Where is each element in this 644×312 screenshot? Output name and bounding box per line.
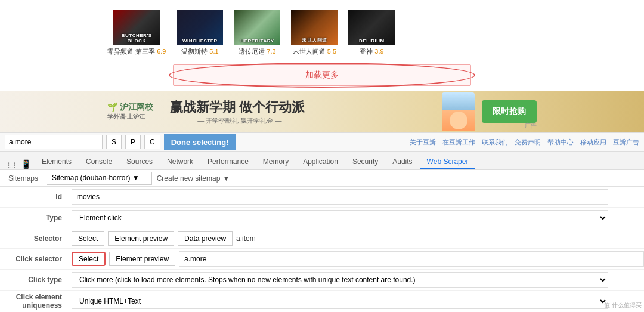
create-sitemap-button[interactable]: Create new sitemap ▼ [157, 174, 230, 183]
devtools-panel: ⬚ 📱 Elements Console Sources Network Per… [0, 152, 644, 312]
devtools-icons: ⬚ 📱 [2, 159, 35, 169]
select-type[interactable]: Element click [72, 210, 608, 225]
movie-title: 末世人间道 5.5 [293, 47, 336, 56]
watermark: 值 什么值得买 [604, 301, 642, 310]
tab-audits[interactable]: Audits [385, 155, 419, 169]
control-selector: Select Element preview Data preview a.it… [72, 231, 644, 246]
sitemaps-tab[interactable]: Sitemaps [5, 173, 42, 184]
movie-title: 温彻斯特 5.1 [181, 47, 218, 56]
form-row-click-selector: Click selector Select Element preview [0, 249, 644, 270]
ad-person-image [442, 92, 475, 131]
selector-value: a.item [236, 234, 256, 243]
ad-cta-button[interactable]: 限时抢购 [482, 100, 537, 123]
footer-link-contact[interactable]: 联系我们 [482, 138, 508, 146]
load-more-label: 加载更多 [305, 70, 339, 79]
done-selecting-button[interactable]: Done selecting! [164, 134, 236, 150]
movie-title: 登神 3.9 [360, 47, 383, 56]
tab-web-scraper[interactable]: Web Scraper [420, 155, 476, 169]
ad-sub-text: — 开学季献礼 赢开学礼金 — [170, 116, 309, 125]
selector-bar: S P C Done selecting! 关于豆瓣 在豆瓣工作 联系我们 免费… [0, 132, 644, 152]
movie-thumbnail: 末世人间道 [291, 10, 338, 45]
movie-item: 末世人间道 末世人间道 5.5 [291, 10, 338, 56]
selector-elem-preview-button[interactable]: Element preview [108, 231, 174, 246]
movie-thumbnail: DELIRIUM [348, 10, 395, 45]
tab-elements[interactable]: Elements [35, 155, 79, 169]
selector-input[interactable] [5, 135, 103, 149]
tab-application[interactable]: Application [296, 155, 345, 169]
select-click-uniqueness[interactable]: Unique HTML+Text [72, 294, 608, 309]
load-more-button[interactable]: 加载更多 [173, 64, 471, 86]
click-selector-elem-preview-button[interactable]: Element preview [109, 252, 175, 266]
movie-rating: 3.9 [374, 48, 383, 55]
footer-links: 关于豆瓣 在豆瓣工作 联系我们 免费声明 帮助中心 移动应用 豆瓣广告 [240, 138, 640, 147]
control-type: Element click [72, 210, 644, 225]
control-click-type: Click more (click to load more elements.… [72, 272, 644, 288]
form-row-click-uniqueness: Click element uniqueness Unique HTML+Tex… [0, 291, 644, 312]
label-type: Type [0, 214, 72, 222]
movie-title: 零异频道 第三季 6.9 [107, 47, 166, 56]
ad-logo-name: 🌱 沪江网校 [107, 102, 153, 113]
device-icon[interactable]: 📱 [20, 159, 31, 169]
control-click-uniqueness: Unique HTML+Text [72, 294, 644, 309]
input-id[interactable] [72, 189, 608, 205]
sitemaps-bar: Sitemaps Sitemap (douban-horror) ▼ Creat… [0, 170, 644, 187]
c-button[interactable]: C [144, 135, 160, 149]
selector-select-button[interactable]: Select [72, 231, 104, 246]
movie-thumb-label: WINCHESTER [178, 38, 222, 44]
footer-link-ad[interactable]: 豆瓣广告 [613, 138, 639, 146]
movie-thumb-label: HEREDITARY [235, 38, 279, 44]
click-selector-select-button[interactable]: Select [72, 252, 106, 266]
label-click-type: Click type [0, 276, 72, 284]
label-click-uniqueness: Click element uniqueness [0, 293, 72, 310]
devtools-tabs: ⬚ 📱 Elements Console Sources Network Per… [0, 152, 644, 170]
ad-main-text: 赢战新学期 做个行动派 [170, 98, 305, 116]
ad-content: 赢战新学期 做个行动派 — 开学季献礼 赢开学礼金 — [170, 98, 309, 125]
movie-thumb-label: DELIRIUM [349, 38, 394, 44]
form-row-id: Id [0, 187, 644, 208]
sitemaps-dropdown[interactable]: Sitemap (douban-horror) ▼ [47, 172, 152, 185]
label-click-selector: Click selector [0, 255, 72, 263]
movie-rating: 7.3 [267, 48, 275, 55]
load-more-area: 加载更多 [0, 60, 644, 91]
inspect-icon[interactable]: ⬚ [6, 159, 17, 169]
movie-thumbnail: WINCHESTER [177, 10, 223, 45]
form-row-selector: Selector Select Element preview Data pre… [0, 228, 644, 249]
footer-link-help[interactable]: 帮助中心 [547, 138, 574, 146]
label-id: Id [0, 193, 72, 201]
ad-banner: 🌱 沪江网校 学外语·上沪江 赢战新学期 做个行动派 — 开学季献礼 赢开学礼金… [0, 91, 644, 132]
tab-console[interactable]: Console [79, 155, 119, 169]
tab-performance[interactable]: Performance [200, 155, 256, 169]
movie-rating: 5.5 [327, 48, 336, 55]
movie-item: DELIRIUM 登神 3.9 [348, 10, 395, 56]
form-row-type: Type Element click [0, 208, 644, 228]
control-click-selector: Select Element preview [72, 251, 644, 267]
movie-title: 遗传厄运 7.3 [239, 47, 275, 56]
movie-thumbnails-section: BUTCHER'S BLOCK 零异频道 第三季 6.9 WINCHESTER … [0, 0, 644, 60]
footer-link-disclaimer[interactable]: 免费声明 [515, 138, 541, 146]
movie-rating: 5.1 [209, 48, 218, 55]
movie-rating: 6.9 [157, 48, 166, 55]
label-selector: Selector [0, 234, 72, 243]
tab-security[interactable]: Security [345, 155, 385, 169]
movie-item: BUTCHER'S BLOCK 零异频道 第三季 6.9 [107, 10, 166, 56]
scraper-form: Id Type Element click Selector Select El… [0, 187, 644, 312]
movie-item: HEREDITARY 遗传厄运 7.3 [234, 10, 280, 56]
click-selector-input[interactable] [179, 251, 644, 267]
footer-link-work[interactable]: 在豆瓣工作 [442, 138, 475, 146]
tab-sources[interactable]: Sources [119, 155, 160, 169]
tab-network[interactable]: Network [160, 155, 200, 169]
ad-logo-sub: 学外语·上沪江 [107, 113, 153, 121]
selector-data-preview-button[interactable]: Data preview [178, 231, 233, 246]
select-click-type[interactable]: Click more (click to load more elements.… [72, 272, 608, 288]
form-row-click-type: Click type Click more (click to load mor… [0, 270, 644, 291]
ad-label: 广告 [525, 122, 537, 130]
footer-link-mobile[interactable]: 移动应用 [580, 138, 606, 146]
control-id [72, 189, 644, 205]
movie-item: WINCHESTER 温彻斯特 5.1 [177, 10, 223, 56]
tab-memory[interactable]: Memory [256, 155, 296, 169]
p-button[interactable]: P [125, 135, 141, 149]
movie-thumb-label: 末世人间道 [292, 37, 336, 44]
footer-link-about[interactable]: 关于豆瓣 [410, 138, 436, 146]
s-button[interactable]: S [106, 135, 122, 149]
movie-thumbnail: BUTCHER'S BLOCK [113, 10, 160, 45]
